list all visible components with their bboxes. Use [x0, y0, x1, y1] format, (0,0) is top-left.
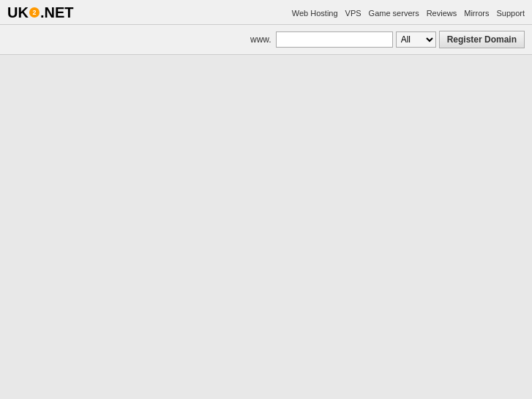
tld-select[interactable]: All .co.uk .com .net .org .info — [396, 31, 436, 48]
vps-link[interactable]: VPS — [345, 9, 361, 18]
reviews-link[interactable]: Reviews — [427, 9, 457, 18]
logo-uk-text: UK — [7, 4, 29, 21]
logo-net-text: .NET — [40, 4, 74, 21]
www-label: www. — [250, 34, 271, 45]
register-domain-button[interactable]: Register Domain — [439, 31, 525, 48]
site-header: UK.NET Web Hosting VPS Game servers Revi… — [0, 0, 532, 25]
main-nav: Web Hosting VPS Game servers Reviews Mir… — [292, 9, 525, 18]
main-content — [0, 55, 532, 399]
web-hosting-link[interactable]: Web Hosting — [292, 9, 338, 18]
game-servers-link[interactable]: Game servers — [369, 9, 419, 18]
logo-circle-icon — [29, 7, 40, 18]
mirrors-link[interactable]: Mirrors — [464, 9, 489, 18]
support-link[interactable]: Support — [496, 9, 525, 18]
domain-input[interactable] — [276, 31, 393, 48]
domain-bar: www. All .co.uk .com .net .org .info Reg… — [0, 25, 532, 55]
site-logo[interactable]: UK.NET — [7, 4, 73, 21]
